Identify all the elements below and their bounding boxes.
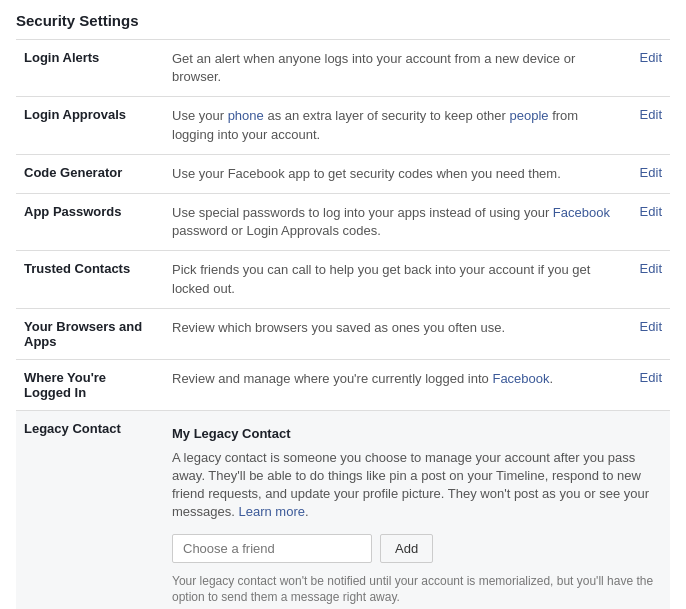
row-edit-trusted-contacts[interactable]: Edit	[630, 251, 670, 308]
row-label-trusted-contacts: Trusted Contacts	[16, 251, 164, 308]
legacy-content-desc: A legacy contact is someone you choose t…	[172, 449, 662, 522]
row-edit-login-alerts[interactable]: Edit	[630, 40, 670, 97]
legacy-content-title: My Legacy Contact	[172, 425, 662, 443]
edit-link-login-alerts[interactable]: Edit	[640, 50, 662, 65]
page-title: Security Settings	[16, 12, 670, 29]
row-edit-browsers-and-apps[interactable]: Edit	[630, 308, 670, 359]
row-desc-app-passwords: Use special passwords to log into your a…	[164, 193, 630, 250]
edit-link-code-generator[interactable]: Edit	[640, 165, 662, 180]
row-desc-browsers-and-apps: Review which browsers you saved as ones …	[164, 308, 630, 359]
legacy-input-row: Add	[172, 534, 662, 563]
table-row: Login Alerts Get an alert when anyone lo…	[16, 40, 670, 97]
legacy-contact-label: Legacy Contact	[16, 410, 164, 609]
edit-link-where-logged-in[interactable]: Edit	[640, 370, 662, 385]
row-edit-code-generator[interactable]: Edit	[630, 154, 670, 193]
edit-link-browsers-and-apps[interactable]: Edit	[640, 319, 662, 334]
edit-link-trusted-contacts[interactable]: Edit	[640, 261, 662, 276]
table-row: Login Approvals Use your phone as an ext…	[16, 97, 670, 154]
row-label-code-generator: Code Generator	[16, 154, 164, 193]
table-row: Trusted Contacts Pick friends you can ca…	[16, 251, 670, 308]
row-label-login-approvals: Login Approvals	[16, 97, 164, 154]
legacy-content-wrapper: My Legacy Contact A legacy contact is so…	[172, 421, 662, 609]
row-edit-login-approvals[interactable]: Edit	[630, 97, 670, 154]
row-label-login-alerts: Login Alerts	[16, 40, 164, 97]
table-row: Code Generator Use your Facebook app to …	[16, 154, 670, 193]
edit-link-login-approvals[interactable]: Edit	[640, 107, 662, 122]
row-label-where-logged-in: Where You're Logged In	[16, 359, 164, 410]
link-facebook-logged-in[interactable]: Facebook	[492, 371, 549, 386]
row-desc-code-generator: Use your Facebook app to get security co…	[164, 154, 630, 193]
row-desc-login-alerts: Get an alert when anyone logs into your …	[164, 40, 630, 97]
page-container: Security Settings Login Alerts Get an al…	[0, 0, 686, 609]
row-desc-trusted-contacts: Pick friends you can call to help you ge…	[164, 251, 630, 308]
row-label-browsers-and-apps: Your Browsers and Apps	[16, 308, 164, 359]
table-row: Your Browsers and Apps Review which brow…	[16, 308, 670, 359]
settings-table: Login Alerts Get an alert when anyone lo…	[16, 39, 670, 609]
link-facebook-app-passwords[interactable]: Facebook	[553, 205, 610, 220]
row-edit-app-passwords[interactable]: Edit	[630, 193, 670, 250]
legacy-contact-content: My Legacy Contact A legacy contact is so…	[164, 410, 670, 609]
row-edit-where-logged-in[interactable]: Edit	[630, 359, 670, 410]
add-friend-button[interactable]: Add	[380, 534, 433, 563]
learn-more-link[interactable]: Learn more	[238, 504, 304, 519]
legacy-contact-row: Legacy Contact My Legacy Contact A legac…	[16, 410, 670, 609]
table-row: App Passwords Use special passwords to l…	[16, 193, 670, 250]
edit-link-app-passwords[interactable]: Edit	[640, 204, 662, 219]
row-label-app-passwords: App Passwords	[16, 193, 164, 250]
link-phone[interactable]: phone	[228, 108, 264, 123]
row-desc-login-approvals: Use your phone as an extra layer of secu…	[164, 97, 630, 154]
choose-friend-input[interactable]	[172, 534, 372, 563]
row-desc-where-logged-in: Review and manage where you're currently…	[164, 359, 630, 410]
table-row: Where You're Logged In Review and manage…	[16, 359, 670, 410]
link-people[interactable]: people	[509, 108, 548, 123]
legacy-note: Your legacy contact won't be notified un…	[172, 573, 662, 607]
